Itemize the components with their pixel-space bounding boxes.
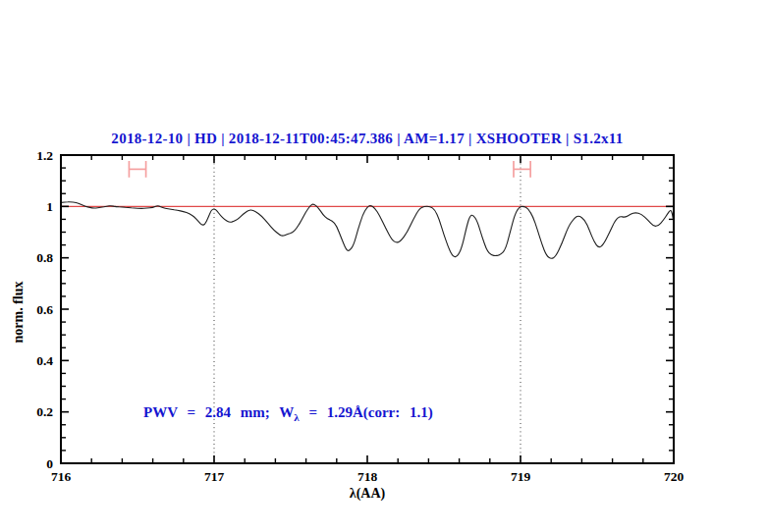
y-tick-label: 0 [46,456,53,471]
pwv-annotation: PWV = 2.84 mm; Wλ = 1.29Å(corr: 1.1) [143,404,433,423]
figure-canvas: { "figure": { "title": "2018-12-10 | HD … [0,0,768,532]
x-tick-label: 719 [511,469,531,484]
x-tick-label: 717 [204,469,225,484]
y-tick-label: 0.4 [36,353,53,368]
x-tick-label: 716 [51,469,72,484]
y-tick-label: 0.8 [36,250,53,265]
x-tick-label: 718 [357,469,378,484]
y-tick-label: 1.2 [36,148,53,163]
x-tick-label: 720 [664,469,685,484]
y-tick-label: 0.6 [36,302,53,317]
pwv-annotation-prefix: PWV = 2.84 mm; W [143,404,294,420]
x-axis-label: λ(AA) [61,486,674,502]
spectrum-line [61,202,674,259]
y-tick-label: 0.2 [36,404,53,419]
y-tick-label: 1 [46,199,53,214]
pwv-annotation-suffix: = 1.29Å(corr: 1.1) [300,404,433,420]
spectrum-plot: 71671771871972000.20.40.60.811.2 [0,0,768,532]
